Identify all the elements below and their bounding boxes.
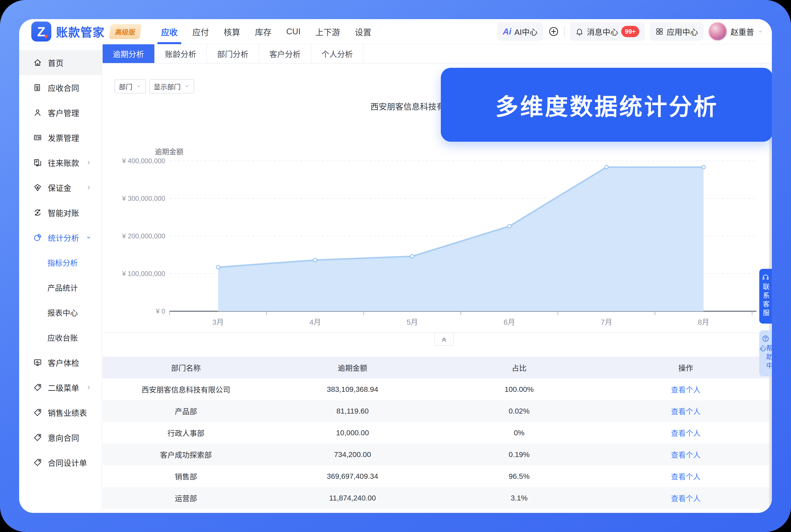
ai-center-label: AI中心 xyxy=(514,26,538,37)
chart-collapse-button[interactable] xyxy=(434,332,454,345)
app-center-button[interactable]: 应用中心 xyxy=(650,22,703,41)
sidebar-item-label: 应收合同 xyxy=(48,82,79,93)
table-row: 行政人事部10,000.000%查看个人 xyxy=(102,422,769,443)
tag-icon xyxy=(33,433,42,442)
nav-item-0[interactable]: 应收 xyxy=(160,19,179,44)
contact-support-tab[interactable]: 联系客服 xyxy=(759,269,772,324)
message-count-badge: 99+ xyxy=(621,26,639,37)
sidebar-subitem-7-1[interactable]: 产品统计 xyxy=(19,275,102,300)
message-center-label: 消息中心 xyxy=(587,26,618,37)
sidebar-item-10[interactable]: 销售业绩表 xyxy=(19,400,102,425)
tag-icon xyxy=(33,408,42,417)
plan-badge: 高级版 xyxy=(109,24,142,39)
customer-icon xyxy=(33,108,42,117)
promo-banner: 多维度数据统计分析 xyxy=(441,68,772,142)
chevron-right-icon xyxy=(85,384,92,391)
cell-amount: 11,874,240.00 xyxy=(269,494,436,502)
message-center-button[interactable]: 消息中心 99+ xyxy=(569,22,645,41)
view-person-link[interactable]: 查看个人 xyxy=(671,451,701,459)
table-row: 运营部11,874,240.003.1%查看个人 xyxy=(102,487,769,509)
sidebar-item-11[interactable]: 意向合同 xyxy=(19,425,102,450)
department-table: 部门名称逾期金额占比操作西安朋客信息科技有限公司383,109,368.9410… xyxy=(102,357,769,509)
contact-support-label: 联系客服 xyxy=(762,283,769,318)
app-header: Z 账款管家 高级版 应收应付核算库存CUI上下游设置 Ai AI中心 消息中心… xyxy=(19,19,772,44)
tag-icon xyxy=(33,383,42,392)
sidebar-item-5[interactable]: 保证金 xyxy=(19,175,102,200)
cell-action: 查看个人 xyxy=(603,449,769,460)
cell-ratio: 0.02% xyxy=(436,407,603,415)
cell-ratio: 3.1% xyxy=(436,494,603,502)
view-person-link[interactable]: 查看个人 xyxy=(671,494,701,503)
column-header: 操作 xyxy=(603,362,769,373)
svg-text:7月: 7月 xyxy=(601,318,612,326)
help-center-tab[interactable]: 帮助中心 xyxy=(759,330,772,376)
cell-action: 查看个人 xyxy=(603,471,769,481)
sidebar-item-4[interactable]: 往来账款 xyxy=(19,150,102,175)
column-header: 逾期金额 xyxy=(269,362,436,373)
sidebar-item-label: 发票管理 xyxy=(48,132,79,143)
cell-ratio: 96.5% xyxy=(436,472,603,480)
sidebar-item-1[interactable]: 应收合同 xyxy=(19,75,102,100)
view-person-link[interactable]: 查看个人 xyxy=(671,473,701,481)
table-row: 产品部81,119.600.02%查看个人 xyxy=(102,400,769,422)
question-circle-icon xyxy=(762,335,770,342)
sidebar-subitem-7-2[interactable]: 报表中心 xyxy=(19,300,102,325)
top-nav: 应收应付核算库存CUI上下游设置 xyxy=(160,19,373,44)
cell-department: 行政人事部 xyxy=(102,428,269,438)
sidebar-item-6[interactable]: 智能对账 xyxy=(19,200,102,225)
cell-amount: 81,119.60 xyxy=(269,407,436,415)
sidebar-item-label: 意向合同 xyxy=(48,432,79,443)
sidebar-item-7[interactable]: 统计分析 xyxy=(19,225,102,250)
exchange-icon xyxy=(33,158,42,167)
chevron-right-icon xyxy=(85,184,92,191)
ai-center-button[interactable]: Ai AI中心 xyxy=(497,22,543,41)
view-person-link[interactable]: 查看个人 xyxy=(671,407,701,416)
sidebar-item-label: 统计分析 xyxy=(48,232,79,243)
view-person-link[interactable]: 查看个人 xyxy=(671,429,701,437)
cell-ratio: 0% xyxy=(436,429,603,437)
nav-item-4[interactable]: CUI xyxy=(285,19,302,44)
help-center-label: 帮助中心 xyxy=(759,345,772,376)
sidebar-item-0[interactable]: 首页 xyxy=(19,50,102,75)
svg-text:5月: 5月 xyxy=(407,318,418,326)
app-title: 账款管家 xyxy=(56,23,105,40)
sidebar-item-8[interactable]: 客户体检 xyxy=(19,350,102,375)
pie-chart-icon xyxy=(33,233,42,242)
sidebar-item-label: 客户管理 xyxy=(48,107,79,118)
svg-text:¥ 300,000,000: ¥ 300,000,000 xyxy=(122,195,165,202)
add-button[interactable] xyxy=(548,26,559,37)
nav-item-5[interactable]: 上下游 xyxy=(314,19,341,44)
nav-item-1[interactable]: 应付 xyxy=(191,19,210,44)
user-name: 赵重普 xyxy=(731,26,754,37)
nav-item-2[interactable]: 核算 xyxy=(222,19,242,44)
sidebar-item-label: 首页 xyxy=(48,57,63,68)
cell-action: 查看个人 xyxy=(603,428,769,438)
svg-text:3月: 3月 xyxy=(212,318,224,326)
sidebar-subitem-7-3[interactable]: 应收台账 xyxy=(19,325,102,350)
cell-ratio: 100.00% xyxy=(436,385,603,394)
sidebar-item-label: 销售业绩表 xyxy=(48,407,87,418)
cell-department: 客户成功探索部 xyxy=(102,449,269,460)
nav-item-3[interactable]: 库存 xyxy=(254,19,273,44)
cell-department: 运营部 xyxy=(102,493,269,503)
ai-icon: Ai xyxy=(503,27,511,37)
invoice-icon xyxy=(33,133,42,142)
sidebar-item-3[interactable]: 发票管理 xyxy=(19,125,102,150)
nav-item-6[interactable]: 设置 xyxy=(354,19,373,44)
table-row: 西安朋客信息科技有限公司383,109,368.94100.00%查看个人 xyxy=(102,378,769,400)
sidebar-item-2[interactable]: 客户管理 xyxy=(19,100,102,125)
sidebar-item-label: 客户体检 xyxy=(48,357,79,368)
view-person-link[interactable]: 查看个人 xyxy=(671,386,701,394)
sidebar-item-12[interactable]: 合同设计单 xyxy=(19,450,102,475)
app-frame: Z 账款管家 高级版 应收应付核算库存CUI上下游设置 Ai AI中心 消息中心… xyxy=(0,0,791,532)
user-menu[interactable]: 赵重普 xyxy=(709,22,763,41)
sidebar-item-9[interactable]: 二级菜单 xyxy=(19,375,102,400)
avatar xyxy=(709,22,727,41)
svg-text:6月: 6月 xyxy=(504,318,515,326)
sidebar-subitem-7-0[interactable]: 指标分析 xyxy=(19,250,102,275)
table-row: 客户成功探索部734,200.000.19%查看个人 xyxy=(102,443,769,465)
plus-circle-icon xyxy=(548,26,559,37)
app-logo-icon[interactable]: Z xyxy=(31,21,51,41)
svg-text:¥ 0: ¥ 0 xyxy=(156,307,165,315)
home-icon xyxy=(33,58,42,67)
